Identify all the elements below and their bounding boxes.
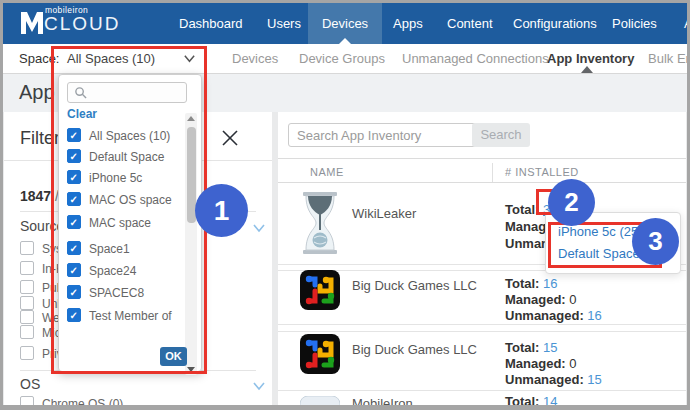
total-value-link[interactable]: 15 [543, 340, 557, 355]
chevron-down-icon[interactable] [252, 379, 266, 393]
subnav-item-device-groups[interactable]: Device Groups [299, 44, 385, 73]
checkbox-checked-icon[interactable] [67, 128, 81, 142]
table-row[interactable]: Big Duck Games LLC Total: 16 Managed: 0 … [278, 270, 686, 324]
space-option-label: Test Member of [89, 309, 172, 323]
unmanaged-value: 15 [587, 372, 601, 387]
app-name[interactable]: MobileIron [352, 396, 413, 406]
space-dropdown-panel: Clear All Spaces (10) Default Space iPho… [58, 74, 202, 372]
installed-managed: Managed: 0 [505, 292, 577, 307]
space-option-all-spaces[interactable]: All Spaces (10) [67, 128, 170, 143]
total-label: Total: [505, 202, 539, 217]
checkbox-checked-icon[interactable] [67, 149, 81, 163]
scroll-up-icon[interactable] [187, 116, 195, 121]
checkbox-icon[interactable] [20, 296, 34, 310]
space-option-label: All Spaces (10) [89, 129, 170, 143]
search-icon [74, 86, 87, 99]
nav-item-admin[interactable]: Admin [684, 3, 690, 44]
table-row[interactable]: MobileIron Total: 14 [278, 392, 686, 406]
close-icon[interactable] [220, 128, 240, 148]
flow-free-icon [300, 334, 340, 374]
checkbox-icon[interactable] [20, 280, 34, 294]
space-option-iphone-5c[interactable]: iPhone 5c [67, 170, 142, 185]
nav-item-users[interactable]: Users [267, 3, 301, 44]
space-option-label: iPhone 5c [89, 171, 142, 185]
nav-item-content[interactable]: Content [447, 3, 493, 44]
filter-section-os-title: OS [20, 376, 40, 392]
managed-label: Managed: [505, 356, 566, 371]
space-option-label: MAC OS space [89, 193, 172, 207]
checkbox-checked-icon[interactable] [67, 285, 81, 299]
secondary-navigation-bar: Space: All Spaces (10) Devices Device Gr… [3, 44, 687, 74]
result-count-value: 1847 [20, 188, 51, 204]
checkbox-checked-icon[interactable] [67, 263, 81, 277]
space-option-space1[interactable]: Space1 [67, 241, 130, 256]
app-name[interactable]: Big Duck Games LLC [352, 342, 477, 357]
checkbox-icon[interactable] [20, 396, 34, 410]
subnav-item-unmanaged-connections[interactable]: Unmanaged Connections [402, 44, 549, 73]
brand-name-large: CLOUD [44, 13, 121, 35]
annotation-badge-3: 3 [632, 218, 679, 265]
mobileiron-cloud-app-inventory-screen: mobileiron CLOUD Dashboard Users Devices… [0, 0, 690, 410]
checkbox-checked-icon[interactable] [67, 192, 81, 206]
checkbox-checked-icon[interactable] [67, 308, 81, 322]
space-option-space24[interactable]: Space24 [67, 263, 136, 278]
space-option-spacec8[interactable]: SPACEC8 [67, 285, 144, 300]
total-label: Total: [505, 276, 539, 291]
installed-managed: Managed: 0 [505, 356, 577, 371]
nav-item-policies[interactable]: Policies [612, 3, 657, 44]
checkbox-checked-icon[interactable] [67, 170, 81, 184]
checkbox-icon[interactable] [20, 261, 34, 275]
unmanaged-value: 16 [587, 308, 601, 323]
space-search-input[interactable] [67, 82, 187, 103]
active-subnav-caret-icon [581, 66, 593, 73]
flow-free-icon [300, 270, 340, 310]
space-option-mac-space[interactable]: MAC space [67, 215, 151, 230]
checkbox-icon[interactable] [20, 310, 34, 324]
filter-option-chrome-os[interactable]: Chrome OS (0) [20, 396, 123, 410]
nav-item-configurations[interactable]: Configurations [513, 3, 597, 44]
mobileiron-logo[interactable] [19, 8, 45, 42]
scroll-down-icon[interactable] [187, 367, 195, 372]
subnav-item-devices[interactable]: Devices [232, 44, 278, 73]
clear-selection-link[interactable]: Clear [67, 107, 97, 121]
total-value-link[interactable]: 16 [543, 276, 557, 291]
installed-total: Total: 15 [505, 340, 558, 355]
app-name[interactable]: Big Duck Games LLC [352, 278, 477, 293]
column-header-name[interactable]: NAME [310, 163, 344, 182]
space-option-label: SPACEC8 [89, 286, 144, 300]
space-option-default-space[interactable]: Default Space [67, 149, 164, 164]
subnav-item-bulk-enrollment[interactable]: Bulk Enrollment [648, 44, 690, 73]
chevron-down-icon[interactable] [252, 221, 266, 235]
installed-total: Total: 14 [505, 394, 558, 406]
table-row[interactable]: Big Duck Games LLC Total: 15 Managed: 0 … [278, 331, 686, 390]
top-navigation-bar: mobileiron CLOUD Dashboard Users Devices… [3, 3, 687, 44]
popup-link-iphone-5c[interactable]: iPhone 5c (25) [558, 224, 643, 239]
total-value-link[interactable]: 14 [543, 394, 557, 406]
mobileiron-app-icon [300, 396, 340, 406]
chevron-down-icon[interactable] [183, 52, 196, 65]
managed-value: 0 [569, 356, 576, 371]
installed-unmanaged: Unmanaged: 15 [505, 372, 602, 387]
ok-button[interactable]: OK [160, 347, 187, 366]
scrollbar[interactable] [185, 113, 197, 375]
app-inventory-search-input[interactable] [288, 123, 479, 147]
total-label: Total: [505, 394, 539, 406]
checkbox-checked-icon[interactable] [67, 241, 81, 255]
unmanaged-label: Unmanaged: [505, 372, 584, 387]
space-option-mac-os-space[interactable]: MAC OS space [67, 192, 172, 207]
checkbox-checked-icon[interactable] [67, 215, 81, 229]
nav-item-dashboard[interactable]: Dashboard [179, 3, 243, 44]
installed-unmanaged: Unmanaged: 16 [505, 308, 602, 323]
nav-item-apps[interactable]: Apps [393, 3, 423, 44]
space-option-label: Space24 [89, 264, 136, 278]
checkbox-icon[interactable] [20, 325, 34, 339]
space-option-label: Space1 [89, 242, 130, 256]
space-option-test-member-of[interactable]: Test Member of [67, 308, 172, 323]
total-label: Total: [505, 340, 539, 355]
search-button[interactable]: Search [472, 123, 530, 147]
checkbox-icon[interactable] [20, 346, 34, 360]
nav-item-devices[interactable]: Devices [308, 3, 382, 44]
checkbox-icon[interactable] [20, 241, 34, 255]
app-name[interactable]: WikiLeaker [352, 206, 416, 221]
space-selector[interactable]: All Spaces (10) [67, 44, 155, 73]
